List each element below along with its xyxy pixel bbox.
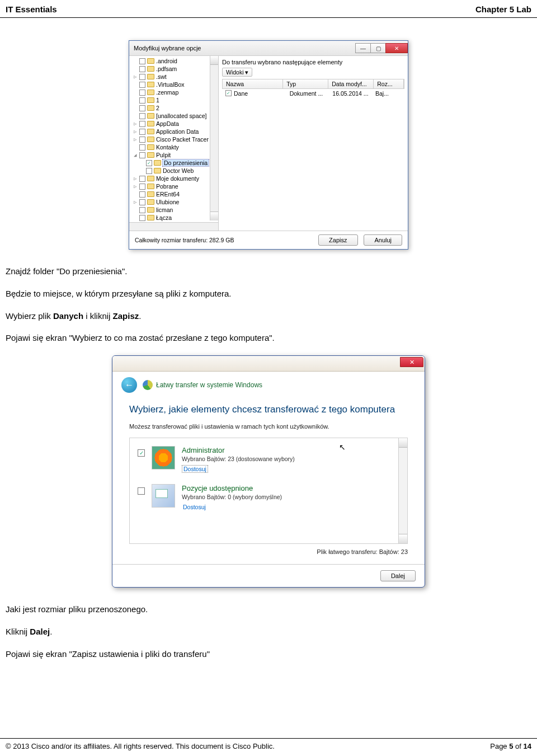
col-size[interactable]: Roz... (374, 79, 404, 88)
col-date[interactable]: Data modyf... (328, 79, 374, 88)
tree-checkbox[interactable] (139, 58, 145, 64)
views-dropdown[interactable]: Widoki ▾ (222, 68, 252, 77)
file-row-size: Baj... (375, 90, 401, 97)
tree-item-pobrane[interactable]: ▷Pobrane (129, 182, 218, 190)
folder-icon (147, 97, 154, 103)
tree-checkbox[interactable] (139, 207, 145, 213)
tree-item-licman[interactable]: licman (129, 206, 218, 214)
tree-item-2[interactable]: 2 (129, 104, 218, 112)
tree-v-scrollbar[interactable] (210, 56, 218, 220)
tree-checkbox[interactable] (139, 66, 145, 72)
tree-checkbox[interactable] (139, 152, 145, 158)
next-button[interactable]: Dalej (380, 570, 416, 581)
tree-label: Application Data (156, 128, 199, 135)
dialog1-footer: Całkowity rozmiar transferu: 282.9 GB Za… (129, 231, 408, 249)
save-button[interactable]: Zapisz (318, 234, 357, 246)
account-shared-icon (152, 484, 175, 508)
tree-checkbox[interactable] (139, 176, 145, 182)
account-shared-checkbox[interactable] (138, 487, 145, 495)
account-shared[interactable]: Pozycje udostępnione Wybrano Bajtów: 0 (… (138, 484, 399, 511)
file-row-dane[interactable]: ✓ Dane Dokument ... 16.05.2014 ... Baj..… (222, 89, 404, 98)
tree-item-moje-dokumenty[interactable]: ▷Moje dokumenty (129, 175, 218, 182)
tree-checkbox[interactable] (139, 121, 145, 127)
tree-label: Moje dokumenty (156, 175, 199, 182)
tree-checkbox[interactable]: ✓ (146, 160, 152, 166)
tree-item-do-przeniesienia[interactable]: ✓Do przeniesienia (129, 159, 218, 167)
tree-item--unallocated-space-[interactable]: [unallocated space] (129, 112, 218, 120)
file-list-headers[interactable]: Nazwa Typ Data modyf... Roz... (222, 79, 404, 89)
account-administrator[interactable]: ✓ Administrator Wybrano Bajtów: 23 (dost… (138, 446, 399, 473)
folder-icon (147, 152, 154, 158)
expand-icon[interactable]: ▷ (134, 137, 139, 142)
expand-icon[interactable]: ▷ (134, 74, 139, 79)
tree-checkbox[interactable] (139, 215, 145, 221)
file-row-checkbox[interactable]: ✓ (225, 90, 232, 96)
tree-checkbox[interactable] (139, 129, 145, 135)
dialog1-titlebar[interactable]: Modyfikuj wybrane opcje — ▢ ✕ (129, 41, 408, 56)
tree-checkbox[interactable] (146, 168, 152, 174)
wizard-header-text: Łatwy transfer w systemie Windows (156, 381, 262, 389)
p3-e: . (139, 311, 141, 321)
minimize-button[interactable]: — (355, 43, 371, 53)
tree-checkbox[interactable] (139, 113, 145, 119)
tree-item-application-data[interactable]: ▷Application Data (129, 128, 218, 135)
folder-icon (147, 90, 154, 95)
expand-icon[interactable]: ▷ (134, 184, 139, 189)
tree-item--pdfsam[interactable]: .pdfsam (129, 65, 218, 73)
expand-icon[interactable]: ▷ (134, 176, 139, 181)
expand-icon[interactable]: ◢ (134, 152, 139, 158)
instruction-p2: Będzie to miejsce, w którym przesyłane s… (6, 288, 531, 300)
instruction-p7: Pojawi się ekran "Zapisz ustawienia i pl… (6, 648, 531, 660)
maximize-button[interactable]: ▢ (370, 43, 386, 53)
account-administrator-checkbox[interactable]: ✓ (138, 449, 145, 457)
p3-d: Zapisz (113, 311, 139, 321)
expand-icon[interactable]: ▷ (134, 199, 139, 205)
folder-tree[interactable]: .android.pdfsam▷.swt.VirtualBox.zenmap12… (129, 56, 219, 231)
tree-item-ulubione[interactable]: ▷Ulubione (129, 198, 218, 206)
col-name[interactable]: Nazwa (223, 79, 283, 88)
page-footer: © 2013 Cisco and/or its affiliates. All … (0, 738, 537, 756)
tree-checkbox[interactable] (139, 82, 145, 88)
tree-item-doctor-web[interactable]: Doctor Web (129, 167, 218, 175)
tree-checkbox[interactable] (139, 97, 145, 104)
tree-item-appdata[interactable]: ▷AppData (129, 120, 218, 128)
expand-icon[interactable]: ▷ (134, 121, 139, 126)
account-administrator-customize-link[interactable]: Dostosuj (182, 465, 208, 473)
tree-label: .zenmap (156, 89, 178, 96)
folder-icon (147, 137, 154, 142)
close-button[interactable]: ✕ (385, 43, 408, 53)
expand-icon[interactable]: ▷ (134, 129, 139, 134)
cancel-button[interactable]: Anuluj (364, 234, 402, 246)
tree-h-scrollbar[interactable] (129, 222, 218, 231)
back-button[interactable]: ← (121, 377, 137, 393)
tree-item--zenmap[interactable]: .zenmap (129, 88, 218, 96)
tree-label: licman (156, 206, 173, 213)
dialog2-titlebar[interactable]: ✕ (112, 356, 425, 372)
tree-checkbox[interactable] (139, 199, 145, 205)
tree-checkbox[interactable] (139, 137, 145, 143)
wizard-header: ← Łatwy transfer w systemie Windows (112, 372, 425, 401)
col-type[interactable]: Typ (283, 79, 328, 88)
folder-icon (147, 58, 154, 64)
tree-checkbox[interactable] (139, 105, 145, 111)
p6-c: . (50, 627, 52, 636)
tree-item-kontakty[interactable]: Kontakty (129, 143, 218, 151)
folder-icon (147, 207, 154, 213)
tree-item--virtualbox[interactable]: .VirtualBox (129, 81, 218, 88)
tree-checkbox[interactable] (139, 74, 145, 80)
account-shared-customize-link[interactable]: Dostosuj (182, 504, 207, 510)
tree-item-erent64[interactable]: EREnt64 (129, 190, 218, 198)
tree-checkbox[interactable] (139, 90, 145, 96)
tree-label: .pdfsam (156, 65, 177, 72)
wizard-close-button[interactable]: ✕ (400, 357, 423, 367)
tree-item--swt[interactable]: ▷.swt (129, 73, 218, 81)
tree-checkbox[interactable] (139, 184, 145, 190)
tree-item--cza[interactable]: Łącza (129, 214, 218, 222)
tree-item-cisco-packet-tracer-6[interactable]: ▷Cisco Packet Tracer 6 (129, 135, 218, 143)
accounts-scrollbar[interactable] (398, 438, 407, 543)
tree-item--android[interactable]: .android (129, 57, 218, 65)
tree-checkbox[interactable] (139, 144, 145, 151)
tree-checkbox[interactable] (139, 191, 145, 198)
tree-item-pulpit[interactable]: ◢Pulpit (129, 151, 218, 159)
tree-item-1[interactable]: 1 (129, 96, 218, 104)
